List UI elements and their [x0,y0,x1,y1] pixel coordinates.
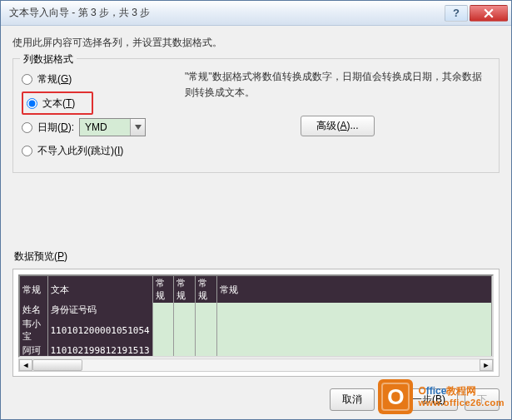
data-preview-grid[interactable]: 常规 文本 常规 常规 常规 常规 姓名 身份证号码 [18,274,494,358]
chevron-down-icon[interactable] [130,119,145,136]
preview-table: 常规 文本 常规 常规 常规 常规 姓名 身份证号码 [20,276,492,358]
cell [174,317,196,343]
cell: 姓名 [20,303,47,317]
radio-general-label: 常规(G) [37,72,72,86]
radio-general[interactable]: 常规(G) [22,67,171,91]
close-button[interactable] [470,5,508,22]
radio-text[interactable]: 文本(T) [27,95,88,111]
cell: 身份证号码 [47,303,152,317]
table-row: 韦小宝 110101200001051054 [20,317,492,343]
instruction-text: 使用此屏内容可选择各列，并设置其数据格式。 [12,36,500,50]
date-format-select[interactable]: YMD [79,118,146,136]
preview-label: 数据预览(P) [14,250,500,264]
cell [217,303,492,317]
data-preview-box: 常规 文本 常规 常规 常规 常规 姓名 身份证号码 [12,269,500,377]
col-header[interactable]: 常规 [174,276,196,303]
col-header[interactable]: 常规 [217,276,492,303]
col-header[interactable]: 常规 [152,276,174,303]
advanced-button[interactable]: 高级(A)... [301,116,374,136]
titlebar-buttons: ? [443,5,508,22]
cell [217,317,492,343]
window-title: 文本导入向导 - 第 3 步，共 3 步 [9,6,443,20]
col-header[interactable]: 常规 [196,276,217,303]
horizontal-scrollbar[interactable]: ◄ ► [18,358,494,372]
cell [174,303,196,317]
fieldset-legend: 列数据格式 [20,52,77,67]
back-button[interactable]: < 上一步(B) [381,388,458,411]
radio-text-input[interactable] [27,98,37,109]
cell [152,317,174,343]
cell: 阿珂 [20,343,47,358]
cell [152,303,174,317]
cell: 韦小宝 [20,317,47,343]
scroll-track[interactable] [32,359,480,371]
radio-date-input[interactable] [22,122,32,133]
help-button[interactable]: ? [445,5,468,22]
cell: 110101200001051054 [47,317,152,343]
cell [152,343,174,358]
col-header[interactable]: 常规 [20,276,47,303]
dialog-footer: 取消 < 上一步(B) 下 [330,388,500,411]
column-format-fieldset: 列数据格式 常规(G) 文本(T) 日期(D): [12,58,500,173]
format-description-area: "常规"数据格式将数值转换成数字，日期值会转换成日期，其余数据则转换成文本。 高… [171,67,490,136]
scroll-right-icon[interactable]: ► [480,359,493,371]
close-icon [484,8,494,18]
date-format-value: YMD [80,121,130,133]
titlebar: 文本导入向导 - 第 3 步，共 3 步 ? [1,1,511,26]
highlight-selected-radio: 文本(T) [22,91,93,115]
cell [196,303,217,317]
radio-text-label: 文本(T) [42,96,75,111]
dialog-window: 文本导入向导 - 第 3 步，共 3 步 ? 使用此屏内容可选择各列，并设置其数… [0,0,512,420]
cell [217,343,492,358]
radio-date[interactable]: 日期(D): YMD [22,116,171,139]
table-row: 阿珂 110102199812191513 [20,343,492,358]
radio-group: 常规(G) 文本(T) 日期(D): YMD [22,67,171,162]
scroll-thumb[interactable] [32,359,82,371]
cell: 110102199812191513 [47,343,152,358]
next-button[interactable]: 下 [465,388,500,411]
cell [196,343,217,358]
col-header[interactable]: 文本 [47,276,152,303]
cell [174,343,196,358]
scroll-left-icon[interactable]: ◄ [19,359,32,371]
radio-date-label: 日期(D): [37,121,74,135]
format-description: "常规"数据格式将数值转换成数字，日期值会转换成日期，其余数据则转换成文本。 [185,69,490,101]
cell [196,317,217,343]
dialog-content: 使用此屏内容可选择各列，并设置其数据格式。 列数据格式 常规(G) 文本(T) [1,26,511,385]
radio-skip-input[interactable] [22,146,32,156]
table-row: 姓名 身份证号码 [20,303,492,317]
radio-skip[interactable]: 不导入此列(跳过)(I) [22,139,171,162]
radio-general-input[interactable] [22,74,32,85]
cancel-button[interactable]: 取消 [330,388,375,411]
preview-header-row: 常规 文本 常规 常规 常规 常规 [20,276,492,303]
radio-skip-label: 不导入此列(跳过)(I) [37,144,123,158]
